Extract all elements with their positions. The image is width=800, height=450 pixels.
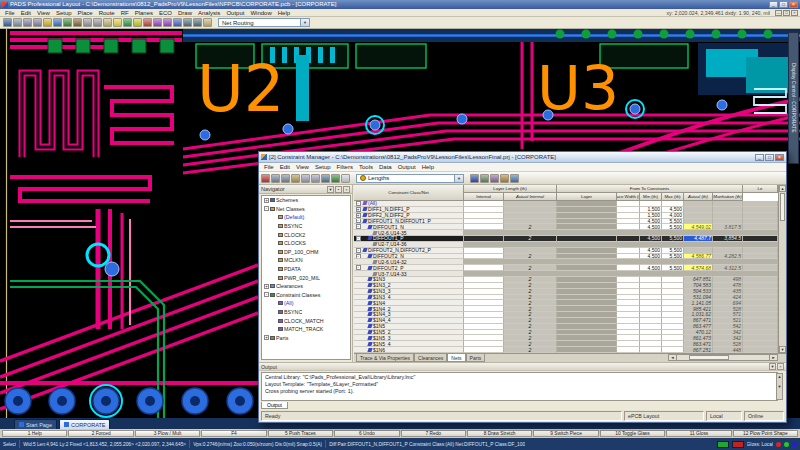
menu-edit[interactable]: Edit <box>18 10 34 16</box>
tune-icon[interactable] <box>133 18 142 27</box>
close-button[interactable]: × <box>789 1 798 8</box>
scheme-combo[interactable]: Net Routing ▼ <box>218 18 310 27</box>
tree-item-clock-match[interactable]: CLOCK_MATCH <box>262 316 350 325</box>
undo-icon[interactable] <box>301 174 310 183</box>
cm-menu-view[interactable]: View <box>293 164 312 170</box>
edit-constraint-icon[interactable] <box>500 174 509 183</box>
row-expand-icon[interactable]: - <box>356 201 361 206</box>
cm-close-button[interactable]: × <box>775 154 784 161</box>
fkey-9[interactable]: 9 Switch Piece <box>533 430 598 437</box>
tree-item-match-track[interactable]: MATCH_TRACK <box>262 325 350 334</box>
copy-icon[interactable] <box>281 174 290 183</box>
menu-help[interactable]: Help <box>275 10 293 16</box>
zoom-fit-icon[interactable] <box>93 18 102 27</box>
display-icon[interactable] <box>331 174 340 183</box>
tree-item-parts[interactable]: +Parts <box>262 334 350 343</box>
filter-icon[interactable] <box>490 174 499 183</box>
column-header-manhattan[interactable]: Manhattan (th) <box>713 193 743 201</box>
sheet-tab-clearances[interactable]: Clearances <box>414 354 447 362</box>
cross-probe-icon[interactable] <box>173 18 182 27</box>
sheet-tab-trace-via-properties[interactable]: Trace & Via Properties <box>356 354 414 362</box>
cm-menu-output[interactable]: Output <box>395 164 419 170</box>
column-header-class-net[interactable]: Constraint Class/Net <box>354 185 464 201</box>
navigator-tree[interactable]: +Schemes-Net Classes(Default)BSYNCCLOCK2… <box>261 195 351 360</box>
paste-icon[interactable] <box>103 18 112 27</box>
tree-item-all[interactable]: (All) <box>262 299 350 308</box>
constraints-grid[interactable]: Constraint Class/Net Layer Length (th) F… <box>354 185 786 362</box>
redo-icon[interactable] <box>33 18 42 27</box>
cm-title-bar[interactable]: [2] Constraint Manager - C:\Demonstratio… <box>259 152 786 163</box>
navigator-header[interactable]: Navigator ▼ ▪ × <box>259 185 352 194</box>
chevron-down-icon[interactable]: ▼ <box>454 175 463 182</box>
menu-analysis[interactable]: Analysis <box>195 10 223 16</box>
doc-tab-corporate[interactable]: CORPORATE <box>59 419 110 429</box>
scroll-up-icon[interactable]: ▲ <box>779 185 786 192</box>
chevron-down-icon[interactable]: ▼ <box>769 363 776 370</box>
output-scrollbar[interactable]: ▲▼ <box>776 373 783 400</box>
fkey-12[interactable]: 12 Plow Point Shape <box>733 430 798 437</box>
menu-view[interactable]: View <box>34 10 53 16</box>
output-header[interactable]: Output ▼ × <box>259 363 786 371</box>
pan-icon[interactable] <box>83 18 92 27</box>
tree-item-net-classes[interactable]: -Net Classes <box>262 205 350 214</box>
tree-item-schemes[interactable]: +Schemes <box>262 196 350 205</box>
column-header-trace-width[interactable]: Trace Width (th) <box>617 193 640 201</box>
pointer-icon[interactable] <box>341 174 350 183</box>
scroll-left-icon[interactable]: ◄ <box>669 355 677 360</box>
link-icon[interactable] <box>321 174 330 183</box>
add-via-icon[interactable] <box>123 18 132 27</box>
menu-draw[interactable]: Draw <box>175 10 195 16</box>
tree-item-mclkn[interactable]: MCLKN <box>262 256 350 265</box>
menu-setup[interactable]: Setup <box>53 10 75 16</box>
close-icon[interactable]: × <box>777 363 784 370</box>
column-header-layer[interactable]: Layer <box>557 193 617 201</box>
resolve-icon[interactable] <box>510 174 519 183</box>
restore-button[interactable]: □ <box>779 1 788 8</box>
paste-icon[interactable] <box>291 174 300 183</box>
grid-horizontal-scrollbar[interactable]: ◄ ► <box>668 354 778 361</box>
exit-cm-icon[interactable] <box>261 174 270 183</box>
main-title-bar[interactable]: PADS Professional Layout - C:\Demonstrat… <box>0 0 800 9</box>
view-combo[interactable]: Lengths ▼ <box>356 174 464 183</box>
row-expand-icon[interactable]: + <box>356 207 361 212</box>
group-header-next[interactable]: Le <box>743 185 778 193</box>
undo-icon[interactable] <box>23 18 32 27</box>
column-header-actual[interactable]: Actual (th) <box>684 193 713 201</box>
report-icon[interactable] <box>203 18 212 27</box>
fkey-4[interactable]: F4 <box>201 430 266 437</box>
chevron-down-icon[interactable]: ▼ <box>327 186 334 193</box>
row-expand-icon[interactable]: - <box>356 219 361 224</box>
netlines-off-icon[interactable] <box>163 18 172 27</box>
cm-minimize-button[interactable]: _ <box>755 154 764 161</box>
tree-item-clock2[interactable]: CLOCK2 <box>262 230 350 239</box>
settings-icon[interactable] <box>480 174 489 183</box>
row-expand-icon[interactable]: - <box>356 265 361 270</box>
tree-item-pdata[interactable]: PDATA <box>262 265 350 274</box>
measure-icon[interactable] <box>143 18 152 27</box>
fkey-5[interactable]: 5 Push Traces <box>268 430 333 437</box>
tree-expand-icon[interactable]: + <box>264 284 269 289</box>
cm-menu-edit[interactable]: Edit <box>277 164 293 170</box>
tree-expand-icon[interactable]: - <box>264 206 269 211</box>
tree-item-constraint-classes[interactable]: -Constraint Classes <box>262 291 350 300</box>
cm-menu-help[interactable]: Help <box>419 164 437 170</box>
fkey-7[interactable]: 7 Redo <box>401 430 466 437</box>
menu-planes[interactable]: Planes <box>132 10 156 16</box>
print-icon[interactable] <box>13 18 22 27</box>
column-header-min[interactable]: Min (th) <box>640 193 662 201</box>
cm-menu-filters[interactable]: Filters <box>334 164 356 170</box>
output-log[interactable]: Central Library: "C:\Pads_Professional_E… <box>261 372 778 401</box>
cm-menu-data[interactable]: Data <box>376 164 395 170</box>
row-expand-icon[interactable]: - <box>356 248 361 253</box>
group-header-layer-length[interactable]: Layer Length (th) <box>464 185 557 193</box>
tree-item-dp-100-ohm[interactable]: DP_100_OHM <box>262 248 350 257</box>
menu-place[interactable]: Place <box>75 10 96 16</box>
cut-icon[interactable] <box>271 174 280 183</box>
tree-item-default[interactable]: (Default) <box>262 213 350 222</box>
scroll-right-icon[interactable]: ► <box>769 355 777 360</box>
menu-output[interactable]: Output <box>223 10 247 16</box>
fkey-8[interactable]: 8 Draw Stretch <box>467 430 532 437</box>
sheet-tab-nets[interactable]: Nets <box>447 354 465 362</box>
column-header-internal[interactable]: Internal <box>464 193 504 201</box>
fkey-1[interactable]: 1 Help <box>2 430 67 437</box>
